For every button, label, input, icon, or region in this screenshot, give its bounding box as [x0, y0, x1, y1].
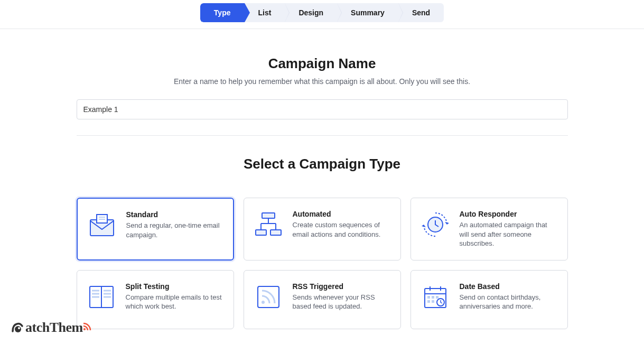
watermark-text: atchThem: [25, 320, 83, 336]
card-standard[interactable]: Standard Send a regular, one-time email …: [77, 198, 234, 261]
svg-point-36: [83, 328, 86, 330]
envelope-icon: [87, 210, 117, 240]
svg-point-35: [18, 327, 20, 329]
card-text: Split Testing Compare multiple emails to…: [126, 282, 224, 311]
workflow-icon: [254, 210, 283, 239]
svg-rect-28: [427, 296, 430, 299]
step-list[interactable]: List: [245, 3, 285, 22]
logo-mark-icon: [11, 320, 26, 336]
card-title: Standard: [126, 210, 223, 219]
card-date-based[interactable]: Date Based Send on contact birthdays, an…: [410, 270, 568, 329]
card-title: RSS Triggered: [293, 282, 391, 291]
page-subtitle: Enter a name to help you remember what t…: [77, 77, 568, 86]
divider: [77, 135, 568, 136]
card-title: Split Testing: [126, 282, 224, 291]
svg-rect-5: [256, 230, 266, 235]
card-text: Auto Responder An automated campaign tha…: [460, 210, 558, 248]
svg-point-23: [262, 301, 265, 304]
step-design[interactable]: Design: [285, 3, 337, 22]
card-automated[interactable]: Automated Create custom sequences of ema…: [244, 198, 401, 261]
svg-rect-6: [270, 230, 281, 235]
calendar-icon: [421, 282, 450, 312]
ab-test-icon: [87, 282, 116, 312]
select-type-heading: Select a Campaign Type: [77, 156, 568, 172]
svg-rect-29: [432, 296, 434, 299]
card-desc: An automated campaign that will send aft…: [460, 220, 558, 248]
card-auto-responder[interactable]: Auto Responder An automated campaign tha…: [410, 198, 568, 261]
card-text: RSS Triggered Sends whenever your RSS ba…: [293, 282, 391, 311]
card-desc: Send a regular, one-time email campaign.: [126, 221, 223, 239]
step-send[interactable]: Send: [398, 3, 444, 22]
type-grid: Standard Send a regular, one-time email …: [77, 198, 568, 329]
stepper-bar: Type List Design Summary Send: [0, 0, 644, 29]
svg-rect-22: [258, 286, 279, 308]
card-text: Standard Send a regular, one-time email …: [126, 210, 223, 239]
svg-rect-31: [427, 300, 430, 303]
main-content: Campaign Name Enter a name to help you r…: [77, 29, 568, 329]
step-label: Summary: [351, 8, 385, 17]
card-title: Date Based: [460, 282, 558, 291]
svg-rect-32: [432, 300, 434, 303]
step-type[interactable]: Type: [200, 3, 245, 22]
card-desc: Sends whenever your RSS based feed is up…: [293, 293, 391, 311]
card-desc: Send on contact birthdays, anniversaries…: [460, 293, 558, 311]
step-summary[interactable]: Summary: [337, 3, 398, 22]
rss-mark-icon: [83, 322, 91, 333]
card-desc: Create custom sequences of email actions…: [293, 220, 391, 239]
svg-rect-30: [436, 296, 438, 299]
step-label: Design: [298, 8, 323, 17]
svg-point-34: [15, 326, 21, 332]
step-label: Type: [214, 8, 231, 17]
step-label: List: [258, 8, 272, 17]
card-rss-triggered[interactable]: RSS Triggered Sends whenever your RSS ba…: [244, 270, 401, 329]
stepper: Type List Design Summary Send: [200, 3, 444, 22]
card-desc: Compare multiple emails to test which wo…: [126, 293, 224, 311]
watermark-logo: atchThem: [11, 320, 91, 336]
card-text: Date Based Send on contact birthdays, an…: [460, 282, 558, 311]
card-split-testing[interactable]: Split Testing Compare multiple emails to…: [77, 270, 234, 329]
clock-cycle-icon: [421, 210, 450, 239]
step-label: Send: [412, 8, 430, 17]
card-title: Automated: [293, 210, 391, 218]
rss-icon: [254, 282, 283, 312]
svg-rect-4: [262, 213, 275, 218]
card-title: Auto Responder: [460, 210, 558, 218]
card-text: Automated Create custom sequences of ema…: [293, 210, 391, 239]
campaign-name-input[interactable]: [77, 99, 568, 119]
page-title: Campaign Name: [77, 55, 568, 72]
